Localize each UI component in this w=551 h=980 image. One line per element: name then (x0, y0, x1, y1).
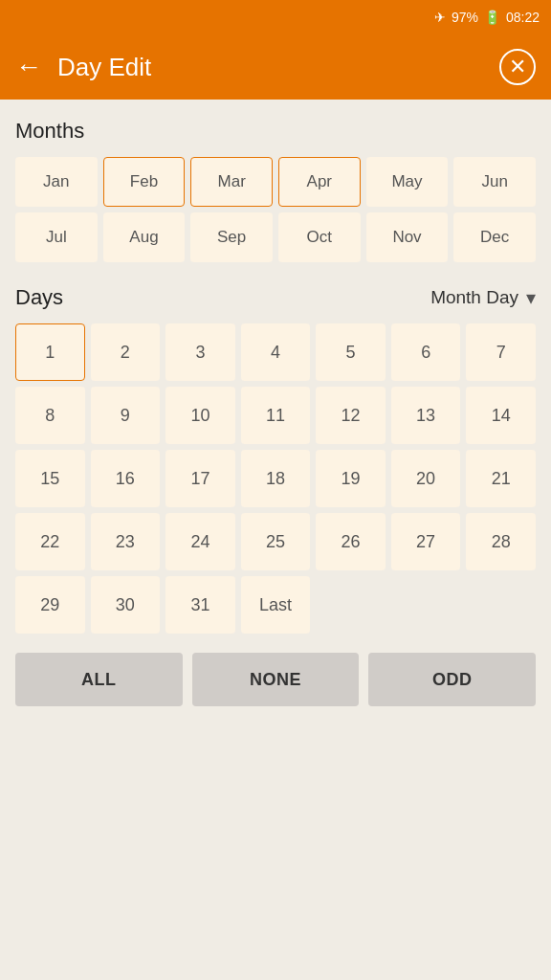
days-label: Days (15, 285, 63, 310)
day-cell-17[interactable]: 17 (165, 450, 235, 507)
status-bar: ✈ 97% 🔋 08:22 (0, 0, 551, 34)
month-day-dropdown[interactable]: Month Day ▾ (430, 286, 536, 309)
day-cell-20[interactable]: 20 (391, 450, 461, 507)
battery-percent: 97% (452, 10, 478, 25)
day-cell-last[interactable]: Last (241, 576, 311, 634)
month-cell-jun[interactable]: Jun (453, 157, 536, 207)
day-cell-8[interactable]: 8 (15, 387, 85, 444)
month-cell-jul[interactable]: Jul (15, 212, 98, 262)
day-cell-25[interactable]: 25 (241, 513, 311, 570)
none-button[interactable]: NONE (192, 653, 360, 706)
months-label: Months (15, 119, 536, 144)
day-cell-31[interactable]: 31 (165, 576, 235, 634)
close-button[interactable]: ✕ (499, 49, 536, 85)
day-cell-5[interactable]: 5 (316, 323, 386, 381)
action-buttons: ALL NONE ODD (15, 653, 536, 706)
battery-icon: 🔋 (484, 10, 500, 25)
day-cell-2[interactable]: 2 (91, 323, 161, 381)
month-cell-oct[interactable]: Oct (278, 212, 361, 262)
month-cell-mar[interactable]: Mar (190, 157, 273, 207)
day-cell-9[interactable]: 9 (91, 387, 161, 444)
days-header: Days Month Day ▾ (15, 285, 536, 310)
days-grid: 1234567891011121314151617181920212223242… (15, 323, 536, 634)
airplane-icon: ✈ (434, 10, 446, 25)
day-cell-6[interactable]: 6 (391, 323, 461, 381)
month-cell-sep[interactable]: Sep (190, 212, 273, 262)
content-area: Months JanFebMarAprMayJunJulAugSepOctNov… (0, 100, 551, 725)
day-cell-23[interactable]: 23 (91, 513, 161, 570)
day-cell-15[interactable]: 15 (15, 450, 85, 507)
day-cell-21[interactable]: 21 (466, 450, 536, 507)
header: ← Day Edit ✕ (0, 34, 551, 100)
day-cell-18[interactable]: 18 (241, 450, 311, 507)
day-cell-19[interactable]: 19 (316, 450, 386, 507)
month-cell-apr[interactable]: Apr (278, 157, 361, 207)
day-cell-22[interactable]: 22 (15, 513, 85, 570)
month-cell-aug[interactable]: Aug (103, 212, 186, 262)
day-cell-7[interactable]: 7 (466, 323, 536, 381)
back-button[interactable]: ← (15, 54, 42, 80)
day-cell-12[interactable]: 12 (316, 387, 386, 444)
day-cell-16[interactable]: 16 (91, 450, 161, 507)
month-cell-feb[interactable]: Feb (103, 157, 186, 207)
day-cell-27[interactable]: 27 (391, 513, 461, 570)
day-cell-11[interactable]: 11 (241, 387, 311, 444)
all-button[interactable]: ALL (15, 653, 183, 706)
day-cell-24[interactable]: 24 (165, 513, 235, 570)
day-cell-3[interactable]: 3 (165, 323, 235, 381)
page-title: Day Edit (57, 53, 499, 82)
day-cell-26[interactable]: 26 (316, 513, 386, 570)
chevron-down-icon: ▾ (526, 286, 536, 309)
dropdown-label: Month Day (430, 287, 518, 308)
day-cell-4[interactable]: 4 (241, 323, 311, 381)
day-cell-13[interactable]: 13 (391, 387, 461, 444)
time-display: 08:22 (506, 10, 540, 25)
day-cell-10[interactable]: 10 (165, 387, 235, 444)
month-cell-dec[interactable]: Dec (453, 212, 536, 262)
day-cell-1[interactable]: 1 (15, 323, 85, 381)
odd-button[interactable]: ODD (368, 653, 536, 706)
month-cell-nov[interactable]: Nov (366, 212, 449, 262)
month-cell-may[interactable]: May (366, 157, 449, 207)
months-grid: JanFebMarAprMayJunJulAugSepOctNovDec (15, 157, 536, 262)
day-cell-28[interactable]: 28 (466, 513, 536, 570)
day-cell-30[interactable]: 30 (91, 576, 161, 634)
day-cell-29[interactable]: 29 (15, 576, 85, 634)
day-cell-14[interactable]: 14 (466, 387, 536, 444)
month-cell-jan[interactable]: Jan (15, 157, 98, 207)
